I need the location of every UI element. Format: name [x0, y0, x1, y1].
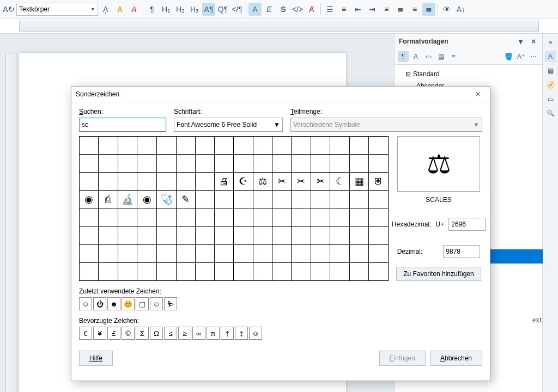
char-chip[interactable]: ‡: [235, 327, 248, 340]
dec-input[interactable]: [443, 245, 480, 258]
char-chip[interactable]: €: [79, 327, 92, 340]
add-favorite-button[interactable]: Zu Favoriten hinzufügen: [396, 267, 481, 281]
char-cell[interactable]: [156, 155, 176, 173]
new-style-icon[interactable]: A⁺: [515, 51, 526, 62]
char-cell[interactable]: [214, 137, 234, 155]
char-cell[interactable]: ✎: [176, 191, 195, 209]
char-cell[interactable]: [156, 209, 176, 226]
char-cell[interactable]: [118, 173, 137, 191]
frame-styles-icon[interactable]: ▭: [423, 51, 434, 62]
char-cell[interactable]: [311, 262, 330, 280]
char-cell[interactable]: [253, 155, 272, 173]
char-cell[interactable]: [234, 137, 253, 155]
align-justify-icon[interactable]: ≣: [422, 3, 435, 16]
navigator-tab-icon[interactable]: 🧭: [545, 79, 556, 90]
char-cell[interactable]: [99, 244, 118, 262]
sidebar-close-icon[interactable]: ×: [529, 37, 538, 46]
char-cell[interactable]: [99, 262, 118, 280]
char-chip[interactable]: £: [107, 327, 120, 340]
highlight-icon[interactable]: A: [113, 3, 126, 16]
font-dropdown[interactable]: Font Awesome 6 Free Solid▼: [174, 118, 283, 132]
dialog-close-button[interactable]: ✕: [470, 89, 486, 100]
char-cell[interactable]: [80, 209, 99, 226]
char-cell[interactable]: [330, 209, 349, 226]
char-cell[interactable]: [330, 262, 349, 280]
char-cell[interactable]: [330, 244, 349, 262]
char-cell[interactable]: [214, 226, 234, 244]
number-list-icon[interactable]: ≡: [337, 3, 350, 16]
vertical-ruler[interactable]: [5, 53, 16, 392]
char-cell[interactable]: [292, 226, 311, 244]
char-cell[interactable]: [137, 226, 156, 244]
char-cell[interactable]: [253, 209, 272, 226]
char-cell[interactable]: [176, 173, 195, 191]
char-cell[interactable]: [99, 226, 118, 244]
char-cell[interactable]: [349, 226, 369, 244]
align-right-icon[interactable]: ≡: [408, 3, 421, 16]
char-cell[interactable]: [156, 173, 176, 191]
char-cell[interactable]: [99, 173, 118, 191]
update-style-icon[interactable]: A↻: [2, 3, 15, 16]
char-cell[interactable]: [99, 155, 118, 173]
char-cell[interactable]: [349, 244, 369, 262]
char-cell[interactable]: ☾: [330, 173, 349, 191]
char-cell[interactable]: [369, 226, 389, 244]
char-cell[interactable]: ◉: [80, 191, 99, 209]
char-cell[interactable]: [311, 191, 330, 209]
char-cell[interactable]: ⚖: [253, 173, 272, 191]
char-cell[interactable]: [330, 137, 349, 155]
pilcrow-icon[interactable]: ¶: [145, 3, 159, 16]
cancel-button[interactable]: Abbrechen: [430, 351, 482, 366]
clone-format-icon[interactable]: A↓: [454, 3, 468, 16]
char-cell[interactable]: ◉: [137, 191, 156, 209]
char-cell[interactable]: [311, 137, 330, 155]
char-chip[interactable]: ☺: [150, 297, 163, 310]
char-cell[interactable]: [292, 137, 311, 155]
horizontal-ruler[interactable]: [19, 21, 539, 32]
strong-icon[interactable]: S: [277, 3, 290, 16]
properties-tab-icon[interactable]: ≡: [545, 37, 556, 48]
char-cell[interactable]: [272, 226, 292, 244]
char-cell[interactable]: [118, 262, 137, 280]
char-cell[interactable]: [156, 137, 176, 155]
char-chip[interactable]: ☺: [249, 327, 262, 340]
char-cell[interactable]: [330, 155, 349, 173]
h2-icon[interactable]: H₂: [174, 3, 187, 16]
char-cell[interactable]: [272, 209, 292, 226]
char-cell[interactable]: [349, 262, 369, 280]
char-cell[interactable]: [196, 155, 214, 173]
quote-icon[interactable]: Q¶: [216, 3, 229, 16]
char-cell[interactable]: [234, 209, 253, 226]
char-cell[interactable]: [196, 262, 214, 280]
char-cell[interactable]: ▦: [349, 173, 369, 191]
char-cell[interactable]: [272, 244, 292, 262]
char-chip[interactable]: ☻: [107, 297, 120, 310]
char-cell[interactable]: [176, 244, 195, 262]
char-cell[interactable]: [292, 209, 311, 226]
code-icon[interactable]: </>: [291, 3, 304, 16]
char-cell[interactable]: [214, 191, 234, 209]
italic-icon[interactable]: E: [263, 3, 276, 16]
char-cell[interactable]: ⎙: [99, 191, 118, 209]
char-cell[interactable]: [196, 244, 214, 262]
char-style-icon[interactable]: A̹: [99, 3, 112, 16]
char-cell[interactable]: [369, 262, 389, 280]
char-chip[interactable]: ⛷: [164, 297, 177, 310]
char-cell[interactable]: [253, 262, 272, 280]
char-cell[interactable]: [214, 262, 234, 280]
char-chip[interactable]: ⏻: [93, 297, 106, 310]
char-cell[interactable]: [369, 155, 389, 173]
default-char-icon[interactable]: A: [248, 3, 262, 16]
char-chip[interactable]: π: [207, 327, 220, 340]
body-text-icon[interactable]: A¶: [202, 3, 215, 16]
char-cell[interactable]: [176, 209, 195, 226]
char-cell[interactable]: [214, 209, 234, 226]
char-cell[interactable]: [196, 226, 214, 244]
styles-panel-icon[interactable]: 👁: [440, 3, 453, 16]
char-cell[interactable]: [349, 191, 369, 209]
char-chip[interactable]: ≥: [178, 327, 191, 340]
char-cell[interactable]: [311, 244, 330, 262]
emphasis-icon[interactable]: A: [128, 3, 141, 16]
char-chip[interactable]: Ω: [150, 327, 163, 340]
list-styles-icon[interactable]: ≡: [448, 51, 459, 62]
